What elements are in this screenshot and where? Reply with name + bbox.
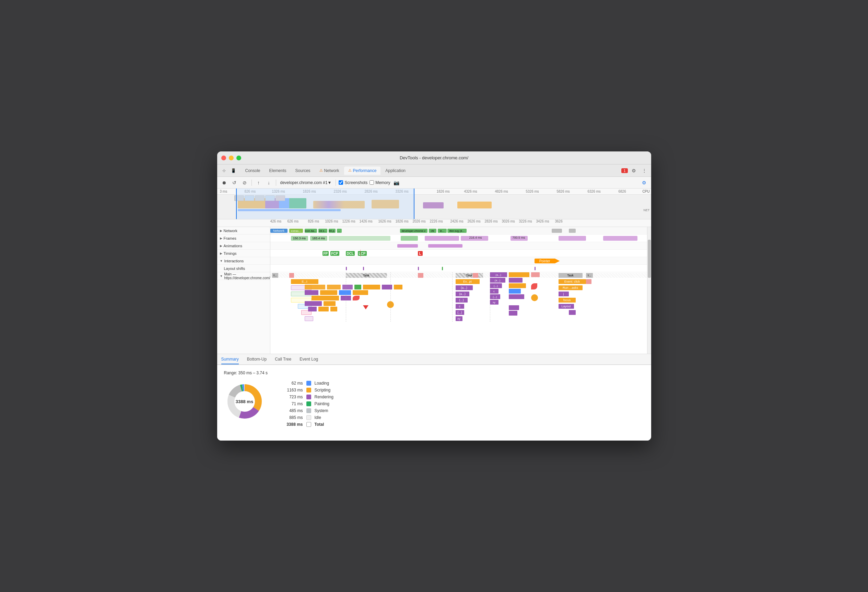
rendering-color bbox=[306, 395, 311, 400]
fcp-marker: FCP bbox=[331, 251, 339, 256]
loading-color bbox=[306, 381, 311, 386]
painting-value: 71 ms bbox=[279, 401, 303, 406]
layout-shifts-track bbox=[270, 265, 651, 272]
memory-checkbox[interactable] bbox=[369, 180, 374, 185]
total-name: Total bbox=[314, 422, 324, 427]
responsive-icon[interactable]: 📱 bbox=[230, 167, 238, 175]
pointer-interaction: Pointer bbox=[534, 259, 555, 263]
frames-track: 150.3 ms 183.4 ms 216.4 ms 700.5 ms bbox=[270, 235, 651, 242]
range-label: Range: 350 ms – 3.74 s bbox=[224, 370, 644, 375]
net-label: NET bbox=[644, 209, 650, 212]
screenshot-thumbnails bbox=[234, 195, 285, 201]
tab-application[interactable]: Application bbox=[381, 167, 410, 175]
sidebar-animations[interactable]: ▶ Animations bbox=[217, 242, 270, 250]
tab-performance[interactable]: ⚠ Performance bbox=[344, 167, 381, 175]
summary-content: 3388 ms 62 ms Loading 1163 ms Scripting … bbox=[224, 381, 644, 427]
system-value: 485 ms bbox=[279, 408, 303, 413]
sidebar-interactions[interactable]: ▼ Interactions bbox=[217, 257, 270, 265]
traffic-lights bbox=[221, 155, 241, 160]
frames-label: Frames bbox=[224, 236, 236, 240]
donut-center-label: 3388 ms bbox=[236, 399, 253, 404]
vertical-scrollbar[interactable] bbox=[647, 227, 651, 354]
picker-icon[interactable]: ⊹ bbox=[220, 167, 228, 175]
system-name: System bbox=[314, 408, 328, 413]
legend-total: 3388 ms Total bbox=[279, 422, 334, 427]
legend-system: 485 ms System bbox=[279, 408, 334, 413]
minimize-button[interactable] bbox=[229, 155, 234, 160]
summary-legend: 62 ms Loading 1163 ms Scripting 723 ms R… bbox=[279, 381, 334, 427]
layout-shifts-label: Layout shifts bbox=[224, 266, 245, 271]
clear-button[interactable]: ⊘ bbox=[241, 179, 249, 187]
legend-painting: 71 ms Painting bbox=[279, 401, 334, 406]
l-marker: L bbox=[418, 251, 423, 256]
record-button[interactable]: ⏺ bbox=[220, 179, 228, 187]
donut-chart: 3388 ms bbox=[224, 381, 265, 422]
sidebar-network[interactable]: ▶ Network bbox=[217, 227, 270, 235]
frames-arrow: ▶ bbox=[220, 237, 222, 240]
tab-bottom-up[interactable]: Bottom-Up bbox=[247, 355, 267, 364]
scripting-color bbox=[306, 388, 311, 392]
timeline-tracks[interactable]: Network extras... icon-ba... 2d.s... 60.… bbox=[270, 227, 651, 354]
cpu-label: CPU bbox=[642, 189, 650, 193]
main-panels: ▶ Network ▶ Frames ▶ Animations ▶ Timing… bbox=[217, 227, 651, 354]
timings-track: FP FCP DCL LCP L bbox=[270, 250, 651, 257]
summary-panel: Range: 350 ms – 3.74 s bbox=[217, 365, 651, 441]
cpu-chart bbox=[217, 195, 651, 209]
idle-name: Idle bbox=[314, 415, 321, 420]
sidebar-main[interactable]: ▼ Main — https://developer.chrome.com/ bbox=[217, 272, 270, 280]
network-arrow: ▶ bbox=[220, 229, 222, 232]
tab-call-tree[interactable]: Call Tree bbox=[275, 355, 291, 364]
scripting-name: Scripting bbox=[314, 388, 331, 392]
fp-marker: FP bbox=[322, 251, 329, 256]
devtools-window: DevTools - developer.chrome.com/ ⊹ 📱 Con… bbox=[217, 151, 651, 441]
tab-event-log[interactable]: Event Log bbox=[300, 355, 318, 364]
devtools-settings-icon[interactable]: ⚙ bbox=[640, 179, 648, 187]
timings-label: Timings bbox=[224, 252, 237, 256]
overview-timeline: 3 ms 826 ms 1326 ms 1826 ms 2326 ms 2826… bbox=[217, 188, 651, 219]
right-task-cluster: (a...) (a...) (...) c (...) xy bbox=[490, 272, 558, 320]
reload-button[interactable]: ↺ bbox=[230, 179, 238, 187]
dcl-marker: DCL bbox=[346, 251, 355, 256]
task-row-1: E...t Ev...pt Event: click bbox=[270, 278, 651, 285]
main-thread-tasks: T... Task Task Task T... E...t Ev...pt E… bbox=[270, 272, 651, 322]
total-value: 3388 ms bbox=[279, 422, 303, 427]
capture-icon[interactable]: 📷 bbox=[393, 179, 401, 187]
maximize-button[interactable] bbox=[236, 155, 241, 160]
tab-console[interactable]: Console bbox=[241, 167, 264, 175]
task-row-0: T... Task Task Task T... bbox=[270, 272, 651, 278]
scrollbar-thumb[interactable] bbox=[648, 240, 651, 278]
performance-warning-icon: ⚠ bbox=[348, 168, 352, 173]
detail-ruler: 426 ms 626 ms 826 ms 1026 ms 1226 ms 142… bbox=[217, 219, 651, 227]
overview-ruler: 3 ms 826 ms 1326 ms 1826 ms 2326 ms 2826… bbox=[217, 188, 651, 195]
memory-checkbox-label[interactable]: Memory bbox=[369, 180, 390, 185]
legend-scripting: 1163 ms Scripting bbox=[279, 388, 334, 392]
painting-name: Painting bbox=[314, 401, 329, 406]
devtools-tabs: ⊹ 📱 Console Elements Sources ⚠ Network ⚠… bbox=[217, 164, 651, 177]
download-button[interactable]: ↓ bbox=[265, 179, 273, 187]
tab-network[interactable]: ⚠ Network bbox=[315, 167, 343, 175]
task-detail-area bbox=[305, 285, 421, 322]
upload-button[interactable]: ↑ bbox=[255, 179, 263, 187]
idle-value: 885 ms bbox=[279, 415, 303, 420]
sidebar-frames[interactable]: ▶ Frames bbox=[217, 235, 270, 242]
animations-arrow: ▶ bbox=[220, 244, 222, 247]
net-bar-network: Network bbox=[270, 229, 288, 233]
system-color bbox=[306, 408, 311, 413]
sidebar-timings[interactable]: ▶ Timings bbox=[217, 250, 270, 257]
main-arrow: ▼ bbox=[220, 274, 223, 278]
network-warning-icon: ⚠ bbox=[319, 168, 323, 173]
more-icon[interactable]: ⋮ bbox=[640, 167, 648, 175]
sidebar-layout-shifts[interactable]: Layout shifts bbox=[217, 265, 270, 272]
tab-summary[interactable]: Summary bbox=[221, 355, 239, 364]
close-button[interactable] bbox=[221, 155, 226, 160]
tab-sources[interactable]: Sources bbox=[291, 167, 314, 175]
screenshots-checkbox-label[interactable]: Screenshots bbox=[339, 180, 368, 185]
settings-icon[interactable]: ⚙ bbox=[630, 167, 638, 175]
screenshots-checkbox[interactable] bbox=[339, 180, 343, 185]
track-labels: ▶ Network ▶ Frames ▶ Animations ▶ Timing… bbox=[217, 227, 270, 354]
network-label: Network bbox=[224, 229, 238, 233]
separator-1 bbox=[251, 180, 252, 186]
network-track: Network extras... icon-ba... 2d.s... 60.… bbox=[270, 227, 651, 235]
loading-value: 62 ms bbox=[279, 381, 303, 386]
tab-elements[interactable]: Elements bbox=[265, 167, 291, 175]
